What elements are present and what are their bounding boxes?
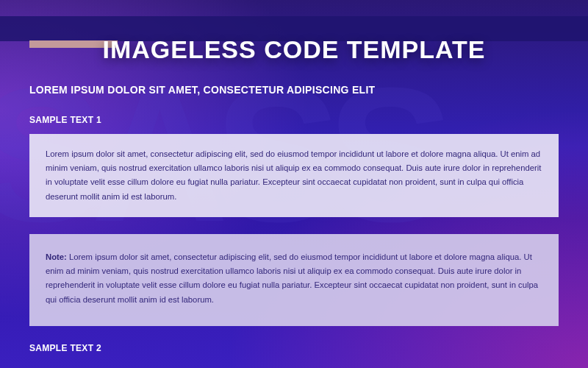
subtitle: LOREM IPSUM DOLOR SIT AMET, CONSECTETUR …	[29, 84, 375, 96]
section-heading-2: SAMPLE TEXT 2	[29, 343, 101, 353]
page-title: IMAGELESS CODE TEMPLATE	[0, 35, 588, 64]
note-label: Note:	[46, 252, 67, 261]
section-heading-1: SAMPLE TEXT 1	[29, 115, 101, 125]
note-panel: Note: Lorem ipsum dolor sit amet, consec…	[29, 234, 559, 326]
note-body: Lorem ipsum dolor sit amet, consectetur …	[46, 252, 538, 304]
text-panel-1: Lorem ipsum dolor sit amet, consectetur …	[29, 134, 559, 217]
paragraph-1: Lorem ipsum dolor sit amet, consectetur …	[46, 149, 541, 201]
